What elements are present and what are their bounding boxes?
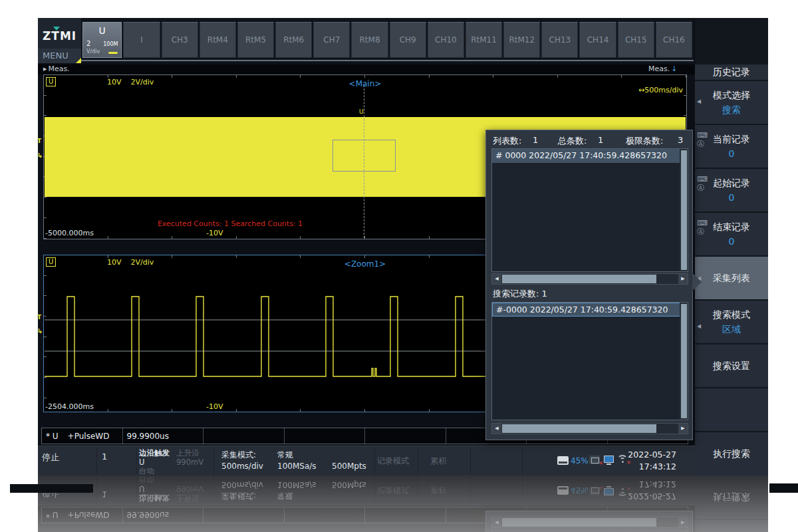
separator bbox=[213, 477, 214, 503]
sidebar-item-label: 采集列表 bbox=[695, 273, 768, 285]
tab-label: I bbox=[140, 35, 143, 45]
scroll-right-button: ▶ bbox=[678, 517, 688, 527]
search-zone-rect bbox=[332, 140, 396, 172]
acquisition-list-dialog: 列表数: 1 总条数: 1 极限条数: 3 # 0000 2022/05/27 … bbox=[485, 130, 693, 440]
sidebar-item-value: 0 bbox=[695, 148, 768, 159]
sidebar-item-end-record[interactable]: ⌨Ⓐ 结束记录 0 bbox=[695, 211, 768, 255]
channel-tab[interactable]: CH14 bbox=[579, 22, 616, 58]
date-label: 2022-05-27 bbox=[616, 449, 676, 461]
measurement-value: 99.9900us bbox=[127, 511, 169, 520]
sidebar-item-label: 执行搜索 bbox=[695, 491, 768, 503]
sidebar-item-label: 模式选择 bbox=[695, 90, 768, 102]
tab-label: RtM6 bbox=[283, 35, 304, 45]
date-label: 2022-05-27 bbox=[616, 490, 676, 502]
datetime-display: 2022-05-27 17:43:12 bbox=[616, 478, 676, 502]
horizontal-scrollbar[interactable]: ◀ ▶ bbox=[491, 423, 688, 434]
search-result-list: #-0000 2022/05/27 17:40:59.428657320 bbox=[491, 302, 688, 420]
channel-tab[interactable]: RtM11 bbox=[466, 22, 502, 58]
vertical-scrollbar[interactable] bbox=[680, 149, 688, 271]
acq-sample-rate: 100MSa/s bbox=[277, 480, 317, 489]
reflection-artifact bbox=[769, 483, 798, 493]
tab-bar-underline bbox=[81, 60, 694, 61]
separator bbox=[374, 448, 375, 474]
acquisition-list-row[interactable]: # 0000 2022/05/27 17:40:59.428657320 bbox=[492, 149, 688, 163]
total-count-value: 1 bbox=[598, 135, 603, 145]
channel-tab[interactable]: I bbox=[123, 22, 160, 58]
channel-tab[interactable]: CH16 bbox=[656, 22, 692, 58]
ssd-icon bbox=[557, 486, 569, 495]
input-icons: ⌨Ⓐ bbox=[697, 219, 708, 236]
limit-count-label: 极限条数: bbox=[626, 135, 663, 147]
scroll-right-button[interactable]: ▶ bbox=[678, 424, 688, 434]
sidebar-item-label: 搜索设置 bbox=[695, 360, 768, 372]
measurement-value: 99.9900us bbox=[127, 432, 169, 441]
channel-tab[interactable]: CH15 bbox=[618, 22, 654, 58]
channel-tab[interactable]: CH7 bbox=[313, 22, 350, 58]
trigger-edge: 上升沿 bbox=[176, 493, 200, 503]
sidebar-item-execute-search[interactable]: 执行搜索 bbox=[695, 431, 768, 475]
scrollbar-thumb[interactable] bbox=[502, 424, 656, 433]
sidebar-title: 历史记录 bbox=[695, 65, 768, 80]
channel-tab[interactable]: RtM4 bbox=[200, 22, 236, 58]
menu-button[interactable]: MENU bbox=[38, 49, 81, 63]
dialog-callout-arrow bbox=[692, 273, 702, 291]
active-tab-vdiv-value: 2 bbox=[86, 40, 90, 47]
measurement-source: * U bbox=[46, 511, 59, 520]
scrollbar-thumb[interactable] bbox=[681, 304, 687, 418]
channel-tab[interactable]: RtM12 bbox=[503, 22, 540, 58]
trigger-type: 边沿触发 bbox=[139, 493, 170, 503]
sidebar-menu: 历史记录 ◀ 模式选择 搜索 ⌨Ⓐ 当前记录 0 ⌨Ⓐ 起始记录 0 ⌨Ⓐ 结束… bbox=[695, 18, 768, 475]
separator bbox=[522, 448, 523, 474]
channel-tab[interactable]: CH13 bbox=[541, 22, 578, 58]
trigger-marker-icon: T bbox=[37, 314, 41, 321]
channel-tab[interactable]: RtM8 bbox=[351, 22, 388, 58]
channel-tab[interactable]: RtM5 bbox=[237, 22, 274, 58]
channel-tab[interactable]: CH9 bbox=[390, 22, 426, 58]
vertical-scrollbar[interactable] bbox=[680, 303, 688, 420]
scroll-left-button[interactable]: ◀ bbox=[492, 274, 501, 284]
sidebar-item-mode-select[interactable]: ◀ 模式选择 搜索 bbox=[695, 80, 768, 124]
sidebar-item-start-record[interactable]: ⌨Ⓐ 起始记录 0 bbox=[695, 168, 768, 211]
run-state: 停止 bbox=[42, 452, 59, 464]
active-tab-vdiv-unit: V/div bbox=[86, 49, 100, 55]
knob-icon: Ⓐ bbox=[697, 227, 704, 236]
scrollbar-thumb[interactable] bbox=[681, 150, 687, 270]
sidebar-item-search-mode[interactable]: ◀ 搜索模式 区域 bbox=[695, 299, 768, 343]
search-result-text: Executed Counts: 1 Searched Counts: 1 bbox=[124, 219, 336, 228]
separator bbox=[96, 448, 97, 474]
channel-tab[interactable]: RtM6 bbox=[275, 22, 312, 58]
sidebar-item-current-record[interactable]: ⌨Ⓐ 当前记录 0 bbox=[695, 124, 768, 168]
channel-tab[interactable]: CH3 bbox=[162, 22, 198, 58]
tab-label: CH16 bbox=[663, 35, 685, 45]
scrollbar-thumb[interactable] bbox=[502, 275, 656, 283]
bottom-volt-label: -10V bbox=[206, 229, 223, 237]
sidebar-item-acq-list[interactable]: ◀ 采集列表 bbox=[695, 255, 768, 299]
sidebar-item-value: 区域 bbox=[695, 324, 768, 336]
h-range-icon: ↔ bbox=[638, 86, 644, 94]
tab-label: CH10 bbox=[435, 35, 457, 45]
sidebar-item-empty bbox=[695, 520, 768, 532]
brand-logo: ZTMI bbox=[43, 29, 76, 43]
channel-tab[interactable]: CH10 bbox=[428, 22, 464, 58]
tab-label: CH7 bbox=[323, 35, 340, 45]
scroll-right-button[interactable]: ▶ bbox=[678, 274, 688, 284]
scroll-left-button[interactable]: ◀ bbox=[492, 424, 501, 434]
acq-mode-label: 采集模式: bbox=[221, 450, 256, 461]
logo-accent-icon bbox=[53, 27, 60, 31]
search-result-row[interactable]: #-0000 2022/05/27 17:40:59.428657320 bbox=[492, 303, 688, 317]
separator bbox=[136, 477, 137, 503]
horizontal-scrollbar[interactable]: ◀ ▶ bbox=[491, 273, 688, 285]
sidebar-item-search-settings[interactable]: 搜索设置 bbox=[695, 343, 768, 387]
separator bbox=[96, 477, 97, 503]
left-time-label: -5000.000ms bbox=[45, 229, 94, 237]
acquisition-list: # 0000 2022/05/27 17:40:59.428657320 bbox=[491, 148, 688, 272]
separator bbox=[418, 448, 418, 474]
separator bbox=[522, 477, 523, 503]
acq-mode-label: 采集模式: bbox=[221, 490, 256, 501]
trigger-channel-marker: U bbox=[359, 108, 364, 115]
limit-count-value: 3 bbox=[678, 135, 683, 145]
measurement-cell: * U +PulseWD bbox=[42, 507, 123, 523]
list-count-label: 列表数: bbox=[493, 135, 521, 147]
tab-label: RtM5 bbox=[245, 35, 266, 45]
channel-tab-active[interactable]: U 2 V/div 100M bbox=[82, 22, 122, 58]
